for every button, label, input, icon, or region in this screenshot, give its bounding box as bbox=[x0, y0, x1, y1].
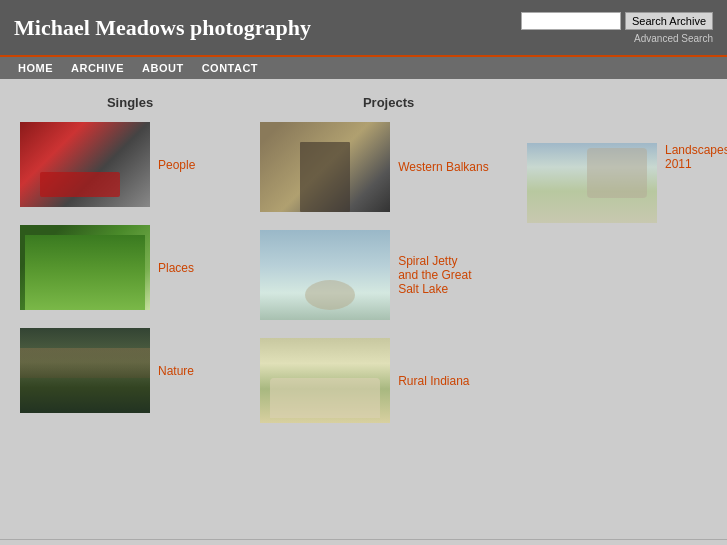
places-thumbnail[interactable] bbox=[20, 225, 150, 310]
rural-indiana-label[interactable]: Rural Indiana bbox=[398, 374, 469, 388]
advanced-search-link[interactable]: Advanced Search bbox=[634, 33, 713, 44]
singles-item-nature: Nature bbox=[20, 328, 240, 413]
nav-item-home[interactable]: HOME bbox=[10, 59, 61, 77]
site-title: Michael Meadows photography bbox=[14, 15, 311, 41]
nature-label[interactable]: Nature bbox=[158, 364, 194, 378]
singles-item-places: Places bbox=[20, 225, 240, 310]
nav-item-contact[interactable]: CONTACT bbox=[194, 59, 266, 77]
spiral-jetty-thumb-image bbox=[260, 230, 390, 320]
western-balkans-thumb-image bbox=[260, 122, 390, 212]
projects-item-spiral-jetty: Spiral Jetty and the Great Salt Lake bbox=[260, 230, 517, 320]
spiral-jetty-thumbnail[interactable] bbox=[260, 230, 390, 320]
landscapes-label[interactable]: Landscapes 2011 bbox=[665, 143, 727, 171]
people-thumbnail[interactable] bbox=[20, 122, 150, 207]
projects-item-rural-indiana: Rural Indiana bbox=[260, 338, 517, 423]
search-input[interactable] bbox=[521, 12, 621, 30]
gallery-columns: Singles People Places Nature bbox=[20, 95, 707, 441]
search-archive-button[interactable]: Search Archive bbox=[625, 12, 713, 30]
main-navbar: HOME ARCHIVE ABOUT CONTACT bbox=[0, 55, 727, 79]
nav-item-archive[interactable]: ARCHIVE bbox=[63, 59, 132, 77]
western-balkans-thumbnail[interactable] bbox=[260, 122, 390, 212]
rural-indiana-thumbnail[interactable] bbox=[260, 338, 390, 423]
rural-indiana-thumb-image bbox=[260, 338, 390, 423]
projects-column: Projects Western Balkans Spiral Jetty an… bbox=[260, 95, 517, 441]
projects-header: Projects bbox=[260, 95, 517, 110]
landscapes-thumb-image bbox=[527, 143, 657, 223]
landscapes-thumbnail[interactable] bbox=[527, 143, 657, 223]
page-footer: All photographs and text © Michael Meado… bbox=[0, 539, 727, 545]
landscapes-column: Landscapes 2011 bbox=[527, 95, 707, 441]
places-thumb-image bbox=[20, 225, 150, 310]
main-content: Singles People Places Nature bbox=[0, 79, 727, 539]
singles-header: Singles bbox=[20, 95, 240, 110]
search-area: Search Archive Advanced Search bbox=[521, 12, 713, 44]
places-label[interactable]: Places bbox=[158, 261, 194, 275]
western-balkans-label[interactable]: Western Balkans bbox=[398, 160, 489, 174]
nature-thumbnail[interactable] bbox=[20, 328, 150, 413]
spiral-jetty-label[interactable]: Spiral Jetty and the Great Salt Lake bbox=[398, 254, 478, 296]
singles-column: Singles People Places Nature bbox=[20, 95, 240, 441]
search-row: Search Archive bbox=[521, 12, 713, 30]
nav-item-about[interactable]: ABOUT bbox=[134, 59, 192, 77]
projects-item-western-balkans: Western Balkans bbox=[260, 122, 517, 212]
singles-item-people: People bbox=[20, 122, 240, 207]
landscapes-item: Landscapes 2011 bbox=[527, 143, 727, 223]
people-label[interactable]: People bbox=[158, 158, 195, 172]
nature-thumb-image bbox=[20, 328, 150, 413]
site-header: Michael Meadows photography Search Archi… bbox=[0, 0, 727, 55]
people-thumb-image bbox=[20, 122, 150, 207]
